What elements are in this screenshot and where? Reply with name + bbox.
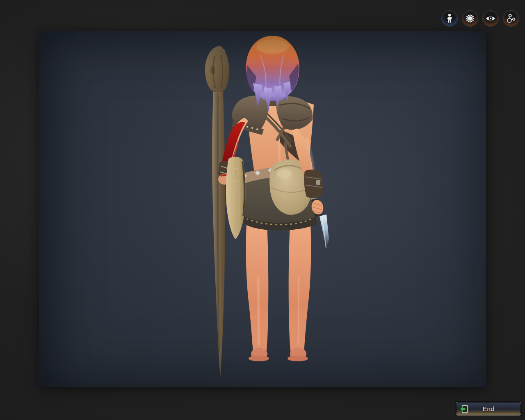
- left-leg: [246, 224, 269, 359]
- person-icon: [444, 13, 455, 24]
- right-leg: [289, 224, 311, 359]
- character-view-button[interactable]: [441, 10, 458, 27]
- sun-icon: [465, 13, 475, 24]
- visibility-button[interactable]: [482, 10, 499, 27]
- character-model: [39, 31, 486, 387]
- staff: [205, 46, 229, 378]
- end-button[interactable]: End: [456, 402, 521, 415]
- model-viewport[interactable]: [39, 31, 486, 387]
- eye-icon: [485, 13, 496, 24]
- connections-button[interactable]: [503, 10, 519, 27]
- screen: End: [0, 0, 525, 420]
- exit-arrow-icon: [459, 404, 469, 414]
- legs: [246, 224, 311, 361]
- knife-sheath: [226, 157, 246, 239]
- molecule-icon: [506, 13, 516, 24]
- lighting-button[interactable]: [462, 10, 478, 27]
